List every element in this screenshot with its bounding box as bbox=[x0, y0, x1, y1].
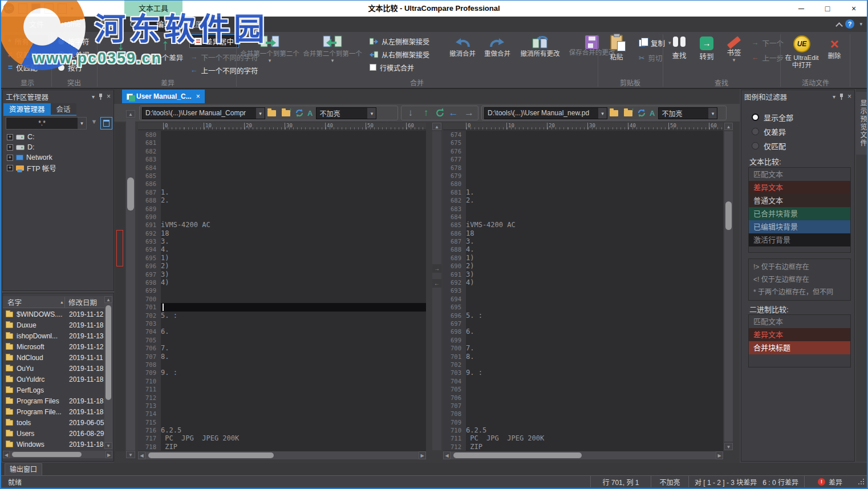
editor-line[interactable]: 688 4. bbox=[443, 245, 723, 253]
merge-second-to-first-button[interactable]: 合并第二个到第一个 ▾ bbox=[302, 33, 363, 63]
left-path-combo[interactable]: D:\tools\(...)\User Manual_Compr ▾ bbox=[142, 107, 265, 119]
file-list-row[interactable]: $WINDOWS.... 2019-11-12 8: bbox=[3, 309, 104, 320]
accept-from-right-button[interactable]: 从右侧框架接受 bbox=[366, 48, 444, 60]
filter-radio[interactable]: 仅差异 bbox=[749, 124, 846, 139]
panel-dropdown-icon[interactable]: ▾ bbox=[92, 94, 95, 100]
editor-line[interactable]: 676 bbox=[443, 147, 723, 155]
qat-dropdown-icon[interactable]: ▾ bbox=[71, 6, 74, 11]
editor-line[interactable]: 716 6.2.5 bbox=[138, 426, 426, 434]
editor-line[interactable]: 706 7. bbox=[138, 344, 426, 352]
column-name[interactable]: 名字 bbox=[3, 297, 60, 308]
editor-line[interactable]: 706 bbox=[443, 394, 723, 402]
help-dropdown-icon[interactable]: ▾ bbox=[859, 21, 862, 27]
scroll-left-icon[interactable]: ◀ bbox=[138, 451, 145, 459]
dropdown-icon[interactable]: ▾ bbox=[708, 108, 717, 119]
file-list-row[interactable]: OuYuldrc 2019-11-18 16 bbox=[3, 374, 104, 385]
folder-up-icon[interactable]: ↑ bbox=[624, 110, 632, 116]
nav-down-icon[interactable]: ↓ bbox=[404, 106, 417, 120]
editor-line[interactable]: 686 18 bbox=[443, 229, 723, 237]
editor-line[interactable]: 701 8. bbox=[443, 353, 723, 361]
new-file-icon[interactable] bbox=[18, 3, 27, 14]
editor-line[interactable]: 691 iVMS-4200 AC bbox=[138, 221, 426, 229]
file-list-row[interactable]: PerfLogs bbox=[3, 385, 104, 395]
dropdown-icon[interactable]: ▾ bbox=[256, 108, 265, 119]
editor-line[interactable]: 708 bbox=[138, 361, 426, 369]
help-icon[interactable]: ? bbox=[845, 19, 854, 29]
editor-line[interactable]: 693 bbox=[443, 286, 723, 294]
tree-item-network[interactable]: +Network bbox=[3, 152, 102, 163]
expand-icon[interactable]: + bbox=[7, 165, 13, 171]
editor-line[interactable]: 711 bbox=[138, 385, 426, 393]
scroll-down-icon[interactable]: ▼ bbox=[104, 442, 112, 449]
nav-right-icon[interactable]: → bbox=[463, 106, 476, 120]
scroll-right-icon[interactable]: ▶ bbox=[716, 451, 723, 459]
pin-icon[interactable] bbox=[98, 94, 103, 100]
right-highlight-combo[interactable]: 不加亮 ▾ bbox=[658, 107, 717, 119]
tab-show-preview-file[interactable]: 显示预览文件 bbox=[856, 92, 868, 155]
tab-explorer[interactable]: 资源管理器 bbox=[3, 103, 51, 116]
highlight-radio[interactable]: 按字符 bbox=[55, 35, 93, 48]
expand-icon[interactable]: + bbox=[7, 134, 13, 140]
diff-overview-map[interactable] bbox=[115, 123, 125, 451]
editor-line[interactable]: 709 9. : bbox=[138, 369, 426, 377]
dock-splitter[interactable] bbox=[2, 290, 114, 293]
delete-file-button[interactable]: × 删除 bbox=[821, 34, 847, 60]
bookmark-button[interactable]: 书签 ▾ bbox=[721, 34, 747, 63]
highlight-radio[interactable]: 按单词 bbox=[55, 48, 93, 61]
editor-line[interactable]: 691 3) bbox=[443, 270, 723, 278]
editor-line[interactable]: 689 bbox=[138, 205, 426, 213]
paste-button[interactable]: 粘贴 bbox=[602, 34, 631, 61]
editor-line[interactable]: 713 bbox=[138, 402, 426, 410]
status-line-col[interactable]: 行 701, 列 1 bbox=[590, 476, 651, 487]
close-button[interactable]: × bbox=[841, 1, 867, 17]
dropdown-icon[interactable]: ▾ bbox=[598, 108, 607, 119]
editor-line[interactable]: 687 3. bbox=[443, 237, 723, 245]
editor-line[interactable]: 714 bbox=[138, 410, 426, 418]
refresh-icon[interactable] bbox=[435, 108, 445, 118]
editor-line[interactable]: 702 bbox=[443, 361, 723, 369]
file-list-vscrollbar[interactable]: ▲ ▼ bbox=[104, 296, 112, 449]
editor-line[interactable]: 697 3) bbox=[138, 270, 426, 278]
context-tab-text-tools[interactable]: 文本工具 bbox=[124, 1, 182, 17]
scroll-up-icon[interactable]: ▲ bbox=[724, 123, 733, 130]
scrollbar-thumb[interactable] bbox=[453, 452, 582, 458]
file-list-row[interactable]: Microsoft 2019-11-12 16 bbox=[3, 341, 104, 352]
bookmark-prev-button[interactable]: ← 上一步 bbox=[748, 51, 787, 64]
left-vscrollbar[interactable] bbox=[126, 119, 135, 450]
editor-line[interactable]: 708 bbox=[443, 410, 723, 418]
file-list[interactable]: $WINDOWS.... 2019-11-12 8: Duxue 2019-11… bbox=[3, 309, 104, 450]
print-icon[interactable] bbox=[58, 3, 67, 14]
right-editor[interactable]: 674 675 676 677 678 679 680 681 bbox=[443, 131, 723, 451]
ribbon-tab[interactable]: Git bbox=[121, 17, 148, 32]
scrollbar-thumb[interactable] bbox=[148, 452, 274, 458]
editor-line[interactable]: 709 bbox=[443, 418, 723, 426]
folder-open-icon[interactable] bbox=[610, 110, 618, 116]
file-list-row[interactable]: Windows 2019-11-18 11 bbox=[3, 439, 104, 450]
editor-line[interactable]: 675 bbox=[443, 139, 723, 147]
right-hscrollbar[interactable]: ◀ ▶ bbox=[443, 451, 723, 459]
scroll-right-icon[interactable]: ▶ bbox=[419, 451, 426, 459]
merge-first-to-second-button[interactable]: 合并第一个到第二个 ▾ bbox=[240, 33, 300, 63]
editor-line[interactable]: 695 bbox=[443, 303, 723, 311]
editor-line[interactable]: 696 5. : bbox=[443, 312, 723, 320]
editor-line[interactable]: 674 bbox=[443, 131, 723, 139]
ribbon-tab[interactable]: 布局 bbox=[90, 17, 121, 32]
scroll-up-icon[interactable]: ▲ bbox=[432, 123, 441, 130]
file-filter-combo[interactable]: *.* ▾ bbox=[6, 117, 87, 130]
editor-line[interactable]: 701 bbox=[138, 303, 426, 311]
editor-line[interactable]: 682 2. bbox=[443, 196, 723, 204]
editor-line[interactable]: 712 bbox=[138, 394, 426, 402]
nav-up-icon[interactable]: ↑ bbox=[419, 106, 432, 120]
left-hscrollbar[interactable]: ◀ ▶ bbox=[138, 451, 426, 459]
editor-line[interactable]: 685 bbox=[138, 172, 426, 180]
editor-line[interactable]: 717 PC JPG JPEG 200K bbox=[138, 434, 426, 442]
ribbon-tab[interactable]: 视图 bbox=[180, 17, 212, 32]
file-list-row[interactable]: OuYu 2019-11-18 16 bbox=[3, 363, 104, 374]
scrollbar-thumb[interactable] bbox=[106, 305, 111, 400]
file-list-row[interactable]: Program Files 2019-11-18 15 bbox=[3, 395, 104, 406]
center-diff-button[interactable]: 差异居中 bbox=[189, 34, 239, 48]
scroll-up-icon[interactable]: ▲ bbox=[104, 296, 112, 303]
ribbon-tab[interactable]: 编辑 bbox=[148, 17, 180, 32]
folder-open-icon[interactable] bbox=[267, 110, 276, 116]
left-highlight-combo[interactable]: 不加亮 ▾ bbox=[316, 107, 376, 119]
